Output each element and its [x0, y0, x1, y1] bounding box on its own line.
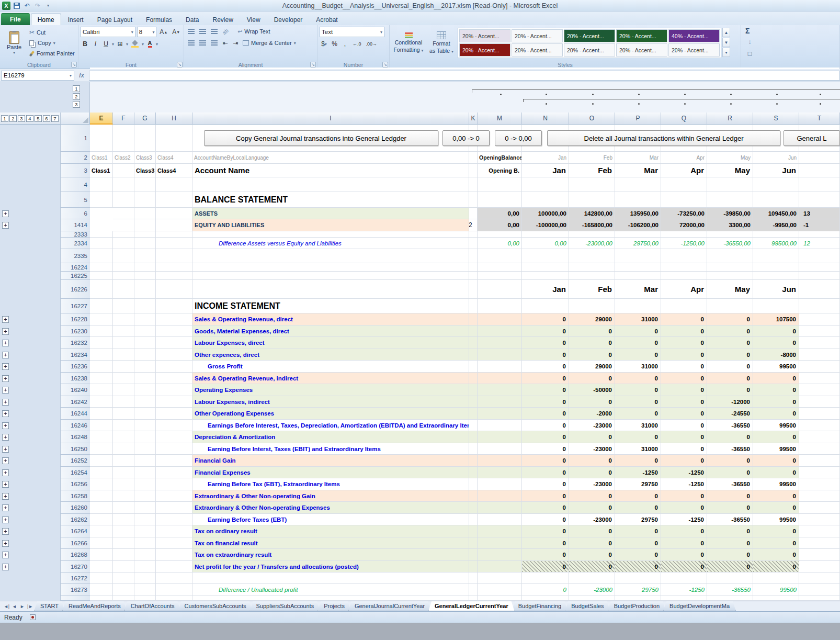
paste-button[interactable]: Paste ▾ [2, 27, 26, 59]
cell-P16238[interactable]: 0 [615, 373, 661, 384]
cell-N16230[interactable]: 0 [522, 325, 569, 337]
cell-K16254[interactable] [469, 467, 478, 478]
cell-P16248[interactable]: 0 [615, 431, 661, 443]
cell-I16236[interactable]: Gross Profit [192, 361, 469, 373]
row-header-16248[interactable]: 16248 [61, 431, 90, 443]
cell-O16240[interactable]: -50000 [569, 384, 615, 396]
cell-I4[interactable] [192, 177, 469, 192]
cell-F16250[interactable] [113, 443, 134, 455]
cell-Q16236[interactable]: 0 [661, 361, 707, 373]
cell-F16240[interactable] [113, 384, 134, 396]
row-header-16254[interactable]: 16254 [61, 467, 90, 478]
cell-M16264[interactable] [478, 525, 522, 537]
name-box[interactable]: E16279 ▾ [1, 71, 74, 81]
cell-M16248[interactable] [478, 431, 522, 443]
cell-T16230[interactable] [799, 325, 840, 337]
cell-H16260[interactable] [156, 502, 192, 514]
cell-G16254[interactable] [134, 467, 156, 478]
cell-N16262[interactable]: 0 [522, 514, 569, 525]
cell-I16256[interactable]: Earning Before Tax (EBT), Extraordinary … [192, 478, 469, 490]
select-all-corner[interactable] [61, 113, 90, 125]
macro-record-icon[interactable] [30, 614, 36, 620]
cell-O16248[interactable]: 0 [569, 431, 615, 443]
cell-S[interactable] [753, 596, 799, 601]
cell-E2334[interactable] [90, 238, 113, 249]
number-dialog-launcher[interactable]: ↘ [382, 62, 388, 68]
cell-O16254[interactable]: 0 [569, 467, 615, 478]
cell-Q16244[interactable]: 0 [661, 408, 707, 420]
gallery-up-button[interactable]: ▲ [722, 28, 730, 37]
outline-level-button-1[interactable]: 1 [1, 115, 8, 122]
cell-H16273[interactable] [156, 584, 192, 596]
row-header-5[interactable]: 5 [61, 192, 90, 208]
percent-style-button[interactable]: % [330, 39, 339, 49]
outline-expand-button-row-16240[interactable]: + [2, 387, 9, 394]
cell-Q16240[interactable]: 0 [661, 384, 707, 396]
cell-style-chip[interactable]: 20% - Accent... [668, 43, 720, 57]
cell-T16252[interactable] [799, 455, 840, 467]
cell-E16230[interactable] [90, 325, 113, 337]
outline-expand-button-row-16270[interactable]: + [2, 564, 9, 570]
cell-R16248[interactable]: 0 [707, 431, 753, 443]
cell-S16226[interactable]: Jun [753, 280, 799, 299]
decrease-indent-button[interactable]: ⇤ [221, 38, 230, 48]
cell-I16258[interactable]: Extraordinary & Other Non-operating Gain [192, 490, 469, 502]
font-color-dropdown-icon[interactable]: ▾ [156, 42, 158, 47]
cell-O16268[interactable]: 0 [569, 549, 615, 561]
cell-G3[interactable]: Class3 [134, 164, 156, 177]
cell-N16226[interactable]: Jan [522, 280, 569, 299]
cell-H16240[interactable] [156, 384, 192, 396]
fill-color-button[interactable] [130, 39, 140, 49]
row-header-2335[interactable]: 2335 [61, 249, 90, 263]
cell-E16248[interactable] [90, 431, 113, 443]
row-header-16258[interactable]: 16258 [61, 490, 90, 502]
increase-indent-button[interactable]: ⇥ [231, 38, 240, 48]
cell-G16228[interactable] [134, 313, 156, 325]
cell-P16230[interactable]: 0 [615, 325, 661, 337]
outline-expand-button-row-16238[interactable]: + [2, 375, 9, 382]
cell-S16252[interactable]: 0 [753, 455, 799, 467]
cell-K16244[interactable] [469, 408, 478, 420]
cell-K16246[interactable] [469, 420, 478, 431]
formula-input[interactable] [89, 71, 840, 81]
cell-style-chip[interactable]: 20% - Accent... [459, 43, 510, 57]
copy-button[interactable]: Copy ▾ [28, 38, 76, 48]
outline-expand-button-row-16260[interactable]: + [2, 504, 9, 511]
accounting-format-button[interactable]: $▾ [320, 39, 328, 49]
cell-N16234[interactable]: 0 [522, 349, 569, 361]
cell-S16260[interactable]: 0 [753, 502, 799, 514]
autosum-button[interactable]: Σ [745, 27, 750, 35]
cell-I16224[interactable] [192, 263, 469, 272]
cell-S16266[interactable]: 0 [753, 537, 799, 549]
cell-N16225[interactable] [522, 272, 569, 280]
sheet-button[interactable]: 0 -> 0,00 [495, 130, 542, 146]
cell-I16252[interactable]: Financial Gain [192, 455, 469, 467]
outline-level-button-7[interactable]: 7 [51, 115, 59, 122]
ribbon-tab-insert[interactable]: Insert [61, 14, 90, 25]
cell-Q16225[interactable] [661, 272, 707, 280]
cell-I2[interactable]: AccountNameByLocalLanguage [192, 152, 469, 164]
cell-P16228[interactable]: 31000 [615, 313, 661, 325]
cell-I16238[interactable]: Sales & Operating Revenue, indirect [192, 373, 469, 384]
column-header-P[interactable]: P [615, 113, 661, 125]
cell-K[interactable] [469, 596, 478, 601]
cell-G2[interactable]: Class3 [134, 152, 156, 164]
row-header-16232[interactable]: 16232 [61, 337, 90, 349]
cell-T16266[interactable] [799, 537, 840, 549]
cell-G16273[interactable] [134, 584, 156, 596]
cell-style-chip[interactable]: 20% - Accent... [459, 29, 510, 42]
cell-S16238[interactable]: 0 [753, 373, 799, 384]
underline-button[interactable]: U [101, 39, 110, 49]
cell-O16236[interactable]: 29000 [569, 361, 615, 373]
cell-S16234[interactable]: -8000 [753, 349, 799, 361]
cell-K16224[interactable] [469, 263, 478, 272]
cell-F16242[interactable] [113, 396, 134, 408]
cell-I2335[interactable] [192, 249, 469, 263]
cell-E[interactable] [90, 596, 113, 601]
cell-P3[interactable]: Mar [615, 164, 661, 177]
cell-T16236[interactable] [799, 361, 840, 373]
ribbon-tab-view[interactable]: View [240, 14, 267, 25]
cell-T2335[interactable] [799, 249, 840, 263]
row-header-16264[interactable]: 16264 [61, 525, 90, 537]
cell-S16262[interactable]: 99500 [753, 514, 799, 525]
